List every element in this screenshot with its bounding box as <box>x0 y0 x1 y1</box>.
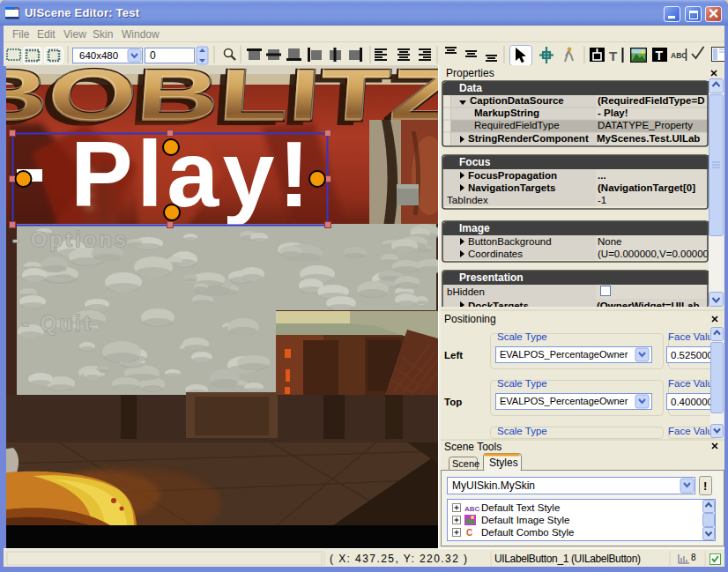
svg-text:0.525000: 0.525000 <box>671 350 713 360</box>
svg-text:Styles: Styles <box>489 457 518 469</box>
svg-text:8: 8 <box>691 553 696 562</box>
svg-text:ButtonBackground: ButtonBackground <box>468 236 552 247</box>
svg-text:Default Text Style: Default Text Style <box>481 502 560 513</box>
svg-text:Scale Type: Scale Type <box>497 378 547 389</box>
svg-text:Play!: Play! <box>71 122 314 226</box>
svg-text:EVALPOS_PercentageOwner: EVALPOS_PercentageOwner <box>500 396 628 406</box>
svg-text:Face Valu: Face Valu <box>668 378 713 389</box>
svg-text:MarkupString: MarkupString <box>474 108 539 118</box>
svg-text:- Options: - Options <box>12 227 129 251</box>
svg-text:...: ... <box>598 170 606 181</box>
svg-text:- Quit: - Quit <box>22 311 93 335</box>
svg-text:Left: Left <box>444 350 463 360</box>
svg-text:Presentation: Presentation <box>459 271 524 284</box>
svg-text:ABC: ABC <box>464 505 480 513</box>
svg-text:0: 0 <box>150 49 156 62</box>
svg-text:0.400000: 0.400000 <box>671 397 713 407</box>
svg-text:Default Combo Style: Default Combo Style <box>481 527 574 538</box>
svg-text:EVALPOS_PercentageOwner: EVALPOS_PercentageOwner <box>500 349 628 360</box>
svg-text:C: C <box>466 528 472 538</box>
svg-text:bHidden: bHidden <box>447 286 485 297</box>
svg-text:NavigationTargets: NavigationTargets <box>468 182 555 193</box>
svg-text:RequiredFieldType: RequiredFieldType <box>474 120 560 130</box>
svg-text:MyScenes.Test.UILab: MyScenes.Test.UILab <box>597 133 700 144</box>
svg-text:None: None <box>598 236 622 247</box>
svg-text:Top: Top <box>444 397 462 407</box>
svg-text:- Play!: - Play! <box>598 108 628 118</box>
svg-text:T: T <box>656 48 664 63</box>
svg-text:FocusPropagation: FocusPropagation <box>468 170 557 181</box>
svg-text:TabIndex: TabIndex <box>447 195 488 205</box>
svg-text:Scale Type: Scale Type <box>497 426 547 436</box>
svg-text:!: ! <box>703 479 707 493</box>
svg-text:-1: -1 <box>598 195 606 205</box>
svg-text:CaptionDataSource: CaptionDataSource <box>470 95 564 106</box>
svg-text:( X: 437.25, Y: 220.32 ): ( X: 437.25, Y: 220.32 ) <box>330 553 467 565</box>
svg-text:(RequiredFieldType=D: (RequiredFieldType=D <box>598 95 705 106</box>
svg-text:Scale Type: Scale Type <box>497 331 547 342</box>
svg-text:Coordinates: Coordinates <box>468 249 523 259</box>
svg-text:Face Valu: Face Valu <box>668 426 713 436</box>
svg-text:MyUISkin.MySkin: MyUISkin.MySkin <box>452 479 535 492</box>
svg-text:Focus: Focus <box>459 156 491 168</box>
svg-text:Scene: Scene <box>452 458 479 469</box>
svg-text:Image: Image <box>459 222 490 234</box>
svg-text:DATATYPE_Property: DATATYPE_Property <box>598 120 693 130</box>
svg-text:StringRenderComponent: StringRenderComponent <box>468 133 589 144</box>
svg-text:Default Image Style: Default Image Style <box>481 515 569 525</box>
svg-text:UILabelButton_1 (UILabelButton: UILabelButton_1 (UILabelButton) <box>494 553 641 565</box>
svg-text:(NavigationTarget[0]: (NavigationTarget[0] <box>598 182 695 193</box>
svg-text:(U=0.000000,V=0.00000: (U=0.000000,V=0.00000 <box>598 249 709 259</box>
svg-text:Data: Data <box>459 82 482 94</box>
svg-text:Face Valu: Face Valu <box>668 331 713 342</box>
svg-text:Scene Tools: Scene Tools <box>444 441 501 453</box>
svg-text:640x480: 640x480 <box>79 50 118 61</box>
svg-text:Positioning: Positioning <box>444 313 496 325</box>
svg-text:T: T <box>609 48 617 63</box>
svg-text:Properties: Properties <box>446 67 494 79</box>
svg-text:ABC: ABC <box>671 51 687 60</box>
